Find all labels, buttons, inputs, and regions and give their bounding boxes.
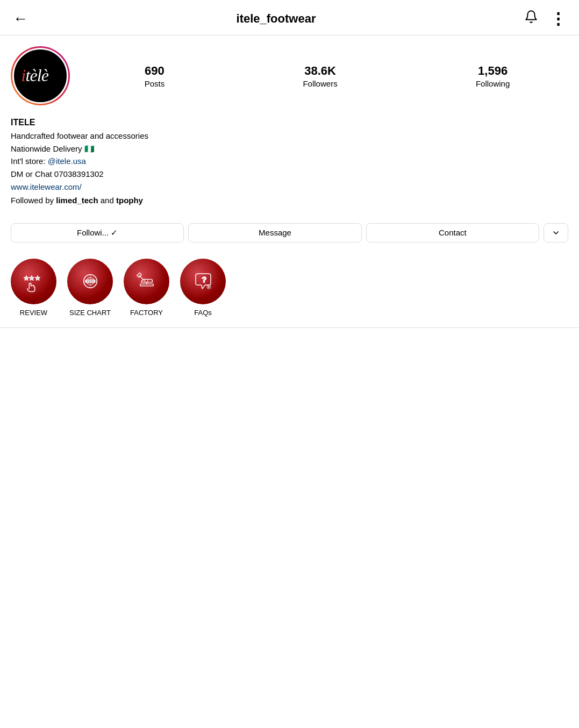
svg-text:☆: ☆ bbox=[23, 275, 28, 281]
more-options-icon[interactable]: ⋮ bbox=[550, 11, 566, 27]
more-dropdown-button[interactable] bbox=[544, 223, 568, 242]
following-button[interactable]: Followi... ✓ bbox=[11, 223, 184, 242]
bio-section: ITELE Handcrafted footwear and accessori… bbox=[0, 116, 579, 216]
highlight-review[interactable]: ☆ ☆ ☆ REVIEW bbox=[11, 259, 56, 317]
notification-icon[interactable] bbox=[524, 10, 538, 27]
following-label: Following bbox=[476, 79, 510, 88]
back-button[interactable]: ← bbox=[13, 10, 28, 27]
bio-name: ITELE bbox=[11, 116, 568, 129]
highlight-circle-faqs: ? bbox=[180, 259, 226, 304]
stats-container: 690 Posts 38.6K Followers 1,596 Followin… bbox=[86, 64, 568, 88]
bio-line4: DM or Chat 07038391302 bbox=[11, 168, 568, 181]
posts-count: 690 bbox=[145, 64, 165, 78]
highlight-circle-size-chart bbox=[67, 259, 113, 304]
highlight-label-factory: FACTORY bbox=[130, 309, 163, 317]
following-count: 1,596 bbox=[478, 64, 507, 78]
message-button[interactable]: Message bbox=[188, 223, 361, 242]
followers-count: 38.6K bbox=[304, 64, 336, 78]
bio-mention[interactable]: @itele.usa bbox=[48, 156, 86, 166]
svg-point-19 bbox=[208, 287, 209, 288]
bio-website-link[interactable]: www.itelewear.com/ bbox=[11, 182, 82, 191]
svg-rect-6 bbox=[85, 280, 95, 282]
svg-text:itèlè: itèlè bbox=[21, 66, 48, 85]
stat-posts[interactable]: 690 Posts bbox=[145, 64, 165, 88]
stat-following[interactable]: 1,596 Following bbox=[476, 64, 510, 88]
svg-text:☆: ☆ bbox=[34, 275, 40, 281]
highlight-circle-factory bbox=[124, 259, 169, 304]
contact-button[interactable]: Contact bbox=[366, 223, 539, 242]
highlight-circle-review: ☆ ☆ ☆ bbox=[11, 259, 56, 304]
followers-label: Followers bbox=[303, 79, 337, 88]
highlight-size-chart[interactable]: SIZE CHART bbox=[67, 259, 113, 317]
header-username: itele_footwear bbox=[237, 12, 316, 26]
posts-label: Posts bbox=[145, 79, 165, 88]
action-buttons: Followi... ✓ Message Contact bbox=[0, 216, 579, 253]
bio-line1: Handcrafted footwear and accessories bbox=[11, 130, 568, 142]
avatar[interactable]: itèlè bbox=[11, 46, 70, 105]
header: ← itele_footwear ⋮ bbox=[0, 0, 579, 35]
svg-text:?: ? bbox=[202, 275, 206, 284]
highlight-faqs[interactable]: ? FAQs bbox=[180, 259, 226, 317]
highlight-factory[interactable]: FACTORY bbox=[124, 259, 169, 317]
highlights-container: ☆ ☆ ☆ REVIEW bbox=[11, 259, 568, 317]
avatar-logo: itèlè bbox=[19, 60, 62, 92]
profile-section: itèlè 690 Posts 38.6K Followers 1,596 Fo… bbox=[0, 35, 579, 105]
highlight-label-faqs: FAQs bbox=[194, 309, 212, 317]
highlights-section: ☆ ☆ ☆ REVIEW bbox=[0, 253, 579, 327]
profile-top: itèlè 690 Posts 38.6K Followers 1,596 Fo… bbox=[11, 46, 568, 105]
header-icons: ⋮ bbox=[524, 10, 566, 27]
highlight-label-size-chart: SIZE CHART bbox=[69, 309, 111, 317]
bio-line3: Int'l store: @itele.usa bbox=[11, 155, 568, 168]
highlight-label-review: REVIEW bbox=[20, 309, 47, 317]
bio-line2: Nationwide Delivery 🇳🇬 bbox=[11, 143, 568, 155]
bio-intl-prefix: Int'l store: bbox=[11, 156, 48, 166]
bio-followed-by: Followed by limed_tech and tpophy bbox=[11, 195, 568, 207]
stat-followers[interactable]: 38.6K Followers bbox=[303, 64, 337, 88]
content-divider bbox=[0, 327, 579, 328]
svg-text:☆: ☆ bbox=[29, 275, 34, 281]
